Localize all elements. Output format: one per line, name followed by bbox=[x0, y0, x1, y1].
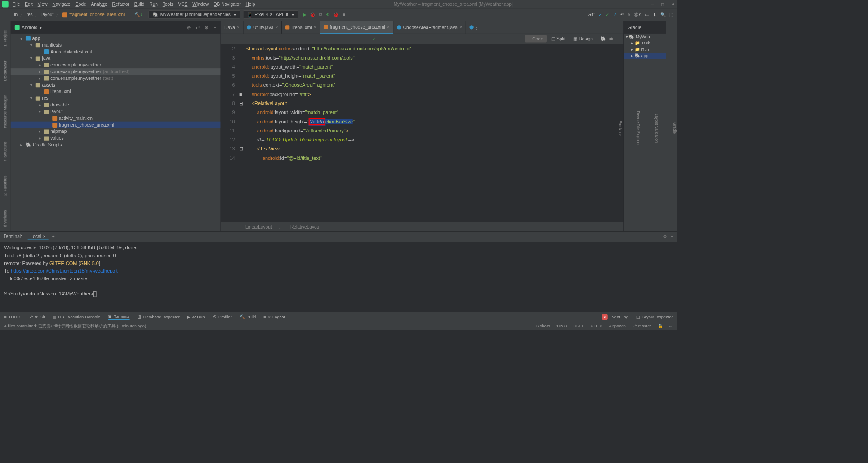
panel-device-file-explorer[interactable]: Device File Explorer bbox=[637, 111, 641, 146]
menu-refactor[interactable]: Refactor bbox=[112, 2, 129, 7]
hide-panel-icon[interactable]: − bbox=[214, 25, 216, 30]
tree-layout[interactable]: ▾layout bbox=[10, 108, 220, 115]
tab-fragment-choose-area[interactable]: fragment_choose_area.xml× bbox=[320, 21, 393, 34]
menu-file[interactable]: File bbox=[13, 2, 20, 7]
code-editor[interactable]: 234567891011121314 ■⊟⊟ <LinearLayout xml… bbox=[221, 44, 623, 222]
close-icon[interactable]: × bbox=[237, 25, 240, 29]
panel-db-browser[interactable]: DB Browser bbox=[3, 61, 7, 81]
stop-button[interactable]: ■ bbox=[342, 12, 345, 18]
view-split[interactable]: ◫ Split bbox=[548, 35, 569, 42]
panel-project[interactable]: 1: Project bbox=[3, 30, 7, 46]
status-git-branch[interactable]: ⎇ master bbox=[632, 323, 651, 328]
close-icon[interactable]: × bbox=[387, 25, 389, 29]
tree-manifest-file[interactable]: AndroidManifest.xml bbox=[10, 49, 220, 55]
gradle-app[interactable]: ▸🐘app bbox=[624, 53, 666, 59]
panel-db-console[interactable]: ▤ DB Execution Console bbox=[53, 314, 100, 319]
menu-analyze[interactable]: Analyze bbox=[91, 2, 107, 7]
tabs-overflow-icon[interactable]: ⋮ bbox=[475, 25, 479, 30]
minimize-button[interactable]: ─ bbox=[651, 2, 654, 7]
gradle-tasks[interactable]: ▸📁Task bbox=[624, 40, 666, 46]
close-icon[interactable]: × bbox=[276, 25, 278, 29]
git-push-button[interactable]: ↗ bbox=[613, 12, 617, 18]
hide-panel-icon[interactable]: − bbox=[671, 234, 673, 239]
panel-variants[interactable]: d Variants bbox=[3, 210, 7, 227]
maximize-button[interactable]: ◻ bbox=[661, 2, 665, 7]
panel-git[interactable]: ⎇ 9: Git bbox=[28, 314, 45, 319]
select-opened-file-icon[interactable]: ⊕ bbox=[187, 25, 191, 30]
attach-debugger-button[interactable]: 🐞 bbox=[333, 12, 338, 18]
settings-icon[interactable]: ⬚ bbox=[669, 12, 673, 18]
panel-structure[interactable]: 7: Structure bbox=[3, 142, 7, 162]
tree-pkg-androidtest[interactable]: ▸com.example.myweather (androidTest) bbox=[10, 68, 220, 75]
tree-values[interactable]: ▸values bbox=[10, 135, 220, 141]
tree-activity-main[interactable]: activity_main.xml bbox=[10, 115, 220, 122]
git-update-button[interactable]: ↙ bbox=[598, 12, 602, 18]
terminal-output[interactable]: Writing objects: 100% (78/78), 136.38 Ki… bbox=[0, 242, 677, 312]
panel-db-inspector[interactable]: 🗄 Database Inspector bbox=[137, 314, 179, 319]
breadcrumb-part[interactable]: res bbox=[27, 12, 33, 18]
menu-window[interactable]: Window bbox=[192, 2, 209, 7]
code-content[interactable]: <LinearLayout xmlns:android="http://sche… bbox=[246, 44, 624, 222]
new-terminal-button[interactable]: + bbox=[52, 234, 55, 239]
expand-all-icon[interactable]: ⇄ bbox=[196, 25, 200, 30]
gear-icon[interactable]: ⚙ bbox=[205, 25, 209, 30]
breadcrumb-part[interactable]: in bbox=[14, 12, 18, 18]
tree-manifests[interactable]: ▾manifests bbox=[10, 42, 220, 49]
xml-crumb[interactable]: RelativeLayout bbox=[290, 224, 320, 229]
tab-utility[interactable]: Utility.java× bbox=[243, 21, 282, 34]
menu-help[interactable]: Help bbox=[245, 2, 255, 7]
menu-edit[interactable]: Edit bbox=[25, 2, 32, 7]
tree-gradle-scripts[interactable]: ▸🐘Gradle Scripts bbox=[10, 141, 220, 148]
panel-run[interactable]: ▶ 4: Run bbox=[187, 314, 205, 319]
menu-build[interactable]: Build bbox=[134, 2, 145, 7]
layout-action-icon[interactable]: 🐘 bbox=[601, 36, 606, 41]
tree-app[interactable]: ▾app bbox=[10, 35, 220, 42]
status-line-ending[interactable]: CRLF bbox=[573, 323, 584, 328]
panel-todo[interactable]: ≡ TODO bbox=[4, 314, 20, 319]
avd-button[interactable]: ▭ bbox=[645, 12, 649, 18]
panel-favorites[interactable]: 2: Favorites bbox=[3, 176, 7, 196]
panel-profiler[interactable]: ⏱ Profiler bbox=[213, 314, 232, 319]
view-code[interactable]: ≡ Code bbox=[525, 35, 547, 42]
gradle-root[interactable]: ▾🐘MyWea bbox=[624, 34, 666, 40]
menu-code[interactable]: Code bbox=[75, 2, 86, 7]
status-encoding[interactable]: UTF-8 bbox=[591, 323, 603, 328]
breadcrumb-current[interactable]: fragment_choose_area.xml bbox=[69, 12, 125, 18]
status-caret-position[interactable]: 10:38 bbox=[556, 323, 567, 328]
device-selector[interactable]: 📱 Pixel 4 XL API 30 ▾ bbox=[243, 10, 298, 18]
no-problems-icon[interactable]: ✓ bbox=[372, 36, 376, 41]
git-remote-url[interactable]: https://gitee.com/ChrisEighteen18/my-wea… bbox=[11, 268, 118, 273]
menu-navigate[interactable]: Navigate bbox=[52, 2, 70, 7]
tree-fragment-choose-area[interactable]: fragment_choose_area.xml bbox=[10, 122, 220, 128]
close-icon[interactable]: × bbox=[314, 25, 316, 29]
tree-assets[interactable]: ▾assets bbox=[10, 82, 220, 88]
tree-mipmap[interactable]: ▸mipmap bbox=[10, 128, 220, 135]
settings-icon[interactable]: ⇄ bbox=[609, 36, 613, 41]
git-rollback-button[interactable]: ⎌ bbox=[628, 12, 630, 18]
terminal-tab-local[interactable]: Local × bbox=[27, 234, 49, 239]
panel-layout-validation[interactable]: Layout Validation bbox=[654, 114, 659, 143]
tab-litepal[interactable]: litepal.xml× bbox=[282, 21, 320, 34]
breadcrumb-part[interactable]: layout bbox=[41, 12, 53, 18]
sdk-button[interactable]: ⬇ bbox=[653, 12, 657, 18]
menu-vcs[interactable]: VCS bbox=[178, 2, 187, 7]
view-design[interactable]: ▦ Design bbox=[570, 35, 596, 42]
gradle-run[interactable]: ▸📁Run bbox=[624, 46, 666, 53]
panel-build[interactable]: 🔨 Build bbox=[240, 314, 256, 319]
close-icon[interactable]: × bbox=[460, 25, 462, 29]
tree-pkg-test[interactable]: ▸com.example.myweather (test) bbox=[10, 75, 220, 82]
tab-l-java[interactable]: l.java× bbox=[221, 21, 243, 34]
memory-indicator[interactable]: ▭ bbox=[669, 323, 673, 328]
project-view-selector[interactable]: Android ▾ bbox=[15, 25, 42, 30]
xml-crumb[interactable]: LinearLayout bbox=[245, 224, 272, 229]
tree-litepal[interactable]: litepal.xml bbox=[10, 88, 220, 95]
tree-res[interactable]: ▾res bbox=[10, 95, 220, 101]
menu-db-navigator[interactable]: DB Navigator bbox=[214, 2, 240, 7]
panel-layout-inspector[interactable]: ◲ Layout Inspector bbox=[636, 314, 673, 319]
close-button[interactable]: ✕ bbox=[671, 2, 675, 7]
search-icon[interactable]: 🔍 bbox=[660, 12, 666, 18]
tab-choose-area-fragment[interactable]: ChooseAreaFragment.java× bbox=[393, 21, 466, 34]
menu-tools[interactable]: Tools bbox=[163, 2, 174, 7]
build-icon[interactable]: 🔨⤴ bbox=[134, 12, 142, 18]
coverage-button[interactable]: ⧉ bbox=[319, 12, 322, 17]
